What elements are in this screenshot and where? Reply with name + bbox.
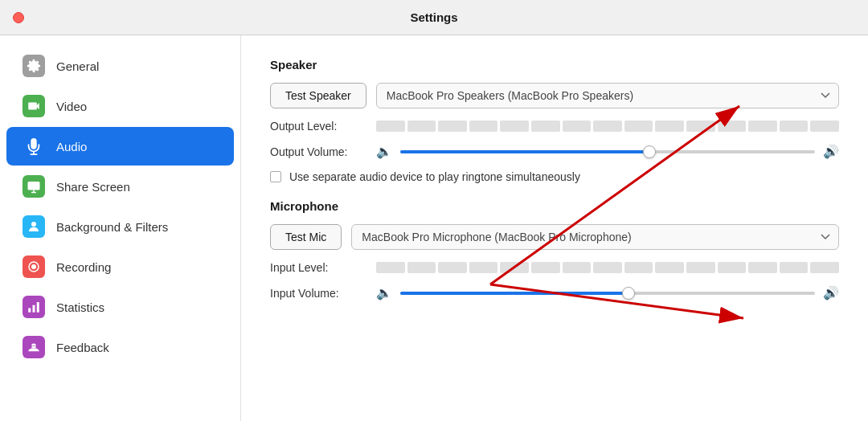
in-seg-4 (469, 262, 498, 273)
svg-rect-6 (28, 309, 31, 313)
title-bar: Settings (0, 0, 868, 35)
level-seg-2 (407, 121, 436, 132)
input-volume-control: 🔈 🔊 (376, 285, 839, 300)
output-volume-track[interactable] (400, 150, 815, 153)
sidebar-item-share-screen[interactable]: Share Screen (6, 167, 234, 206)
level-seg-11 (686, 121, 715, 132)
sidebar-item-recording[interactable]: Recording (6, 247, 234, 286)
input-level-bar (376, 262, 839, 273)
feedback-icon (23, 336, 45, 358)
content-panel: Speaker Test Speaker MacBook Pro Speaker… (241, 35, 868, 421)
svg-rect-7 (33, 305, 35, 313)
svg-point-3 (31, 222, 36, 227)
in-seg-9 (624, 262, 653, 273)
close-button[interactable] (13, 12, 24, 23)
volume-low-icon: 🔈 (376, 144, 392, 159)
speaker-device-select[interactable]: MacBook Pro Speakers (MacBook Pro Speake… (376, 83, 839, 108)
level-seg-3 (438, 121, 467, 132)
level-seg-7 (563, 121, 592, 132)
sidebar-item-share-screen-label: Share Screen (56, 180, 130, 194)
sidebar-item-video-label: Video (56, 100, 87, 113)
svg-point-11 (33, 345, 35, 347)
in-seg-15 (810, 262, 839, 273)
input-level-row: Input Level: (270, 261, 839, 274)
sidebar-item-feedback-label: Feedback (56, 341, 109, 354)
svg-point-10 (31, 345, 33, 347)
separate-audio-label: Use separate audio device to play ringto… (289, 170, 580, 183)
input-volume-fill (400, 292, 628, 295)
audio-icon (23, 135, 45, 157)
statistics-icon (23, 296, 45, 318)
output-level-bar (376, 121, 839, 132)
main-layout: General Video Audio (0, 35, 868, 421)
output-volume-row: Output Volume: 🔈 🔊 (270, 144, 839, 159)
sidebar-item-audio-label: Audio (56, 140, 87, 153)
level-seg-15 (810, 121, 839, 132)
input-volume-low-icon: 🔈 (376, 285, 392, 300)
mic-device-select[interactable]: MacBook Pro Microphone (MacBook Pro Micr… (351, 224, 839, 250)
output-volume-label: Output Volume: (270, 145, 366, 158)
output-level-row: Output Level: (270, 120, 839, 133)
input-volume-row: Input Volume: 🔈 🔊 (270, 285, 839, 300)
share-screen-icon (23, 175, 45, 198)
input-level-label: Input Level: (270, 261, 366, 274)
sidebar: General Video Audio (0, 35, 241, 421)
sidebar-item-audio[interactable]: Audio (6, 127, 234, 166)
background-filters-icon (23, 215, 45, 238)
level-seg-1 (376, 121, 405, 132)
in-seg-13 (748, 262, 777, 273)
in-seg-6 (531, 262, 560, 273)
svg-rect-8 (37, 302, 39, 313)
recording-icon (23, 255, 45, 278)
mic-device-row: Test Mic MacBook Pro Microphone (MacBook… (270, 224, 839, 250)
sidebar-item-background-filters[interactable]: Background & Filters (6, 207, 234, 246)
test-mic-button[interactable]: Test Mic (270, 224, 342, 250)
separate-audio-row: Use separate audio device to play ringto… (270, 170, 839, 183)
svg-rect-0 (28, 182, 40, 190)
output-volume-fill (400, 150, 649, 153)
output-volume-control: 🔈 🔊 (376, 144, 839, 159)
sidebar-item-feedback[interactable]: Feedback (6, 328, 234, 366)
in-seg-2 (407, 262, 436, 273)
test-speaker-button[interactable]: Test Speaker (270, 83, 366, 108)
level-seg-14 (780, 121, 809, 132)
output-level-label: Output Level: (270, 120, 366, 133)
in-seg-1 (376, 262, 405, 273)
in-seg-5 (500, 262, 529, 273)
output-volume-thumb[interactable] (643, 145, 656, 158)
input-volume-thumb[interactable] (622, 287, 635, 300)
svg-point-12 (35, 345, 37, 347)
svg-point-5 (31, 264, 36, 269)
svg-line-14 (490, 106, 739, 284)
level-seg-5 (500, 121, 529, 132)
sidebar-item-general-label: General (56, 59, 99, 73)
level-seg-9 (624, 121, 653, 132)
input-volume-track[interactable] (400, 292, 815, 295)
sidebar-item-video[interactable]: Video (6, 87, 234, 125)
input-volume-label: Input Volume: (270, 287, 366, 300)
sidebar-item-recording-label: Recording (56, 260, 111, 274)
level-seg-6 (531, 121, 560, 132)
in-seg-10 (655, 262, 684, 273)
in-seg-12 (718, 262, 747, 273)
separate-audio-checkbox[interactable] (270, 171, 281, 182)
level-seg-4 (469, 121, 498, 132)
sidebar-item-bg-label: Background & Filters (56, 220, 168, 234)
mic-section-title: Microphone (270, 199, 839, 213)
level-seg-8 (593, 121, 622, 132)
in-seg-11 (686, 262, 715, 273)
input-volume-high-icon: 🔊 (823, 285, 839, 300)
page-title: Settings (410, 10, 457, 24)
level-seg-13 (748, 121, 777, 132)
sidebar-item-statistics-label: Statistics (56, 300, 104, 314)
in-seg-14 (780, 262, 809, 273)
level-seg-10 (655, 121, 684, 132)
sidebar-item-general[interactable]: General (6, 47, 234, 85)
video-icon (23, 95, 45, 117)
in-seg-8 (593, 262, 622, 273)
in-seg-7 (563, 262, 592, 273)
speaker-device-row: Test Speaker MacBook Pro Speakers (MacBo… (270, 83, 839, 108)
speaker-section-title: Speaker (270, 58, 839, 72)
sidebar-item-statistics[interactable]: Statistics (6, 288, 234, 326)
level-seg-12 (718, 121, 747, 132)
